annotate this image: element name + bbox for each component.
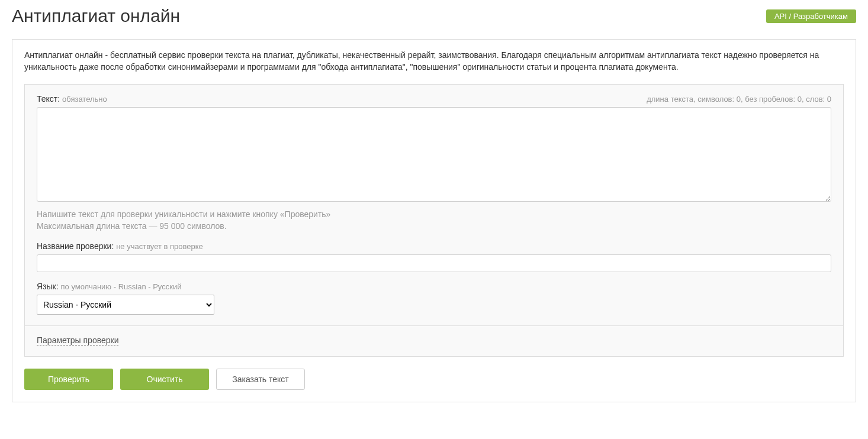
text-section: Текст: обязательно длина текста, символо… [25,85,843,326]
text-label-row: Текст: обязательно длина текста, символо… [37,94,831,104]
language-label: Язык: [37,282,59,291]
text-required-hint: обязательно [62,95,107,104]
api-developers-button[interactable]: API / Разработчикам [766,9,856,23]
check-button[interactable]: Проверить [24,369,113,390]
check-name-input[interactable] [37,254,831,272]
text-label: Текст: [37,94,60,104]
name-hint: не участвует в проверке [116,242,203,251]
language-select[interactable]: Russian - Русский [37,295,214,315]
order-text-button[interactable]: Заказать текст [216,369,305,390]
text-help-line1: Напишите текст для проверки уникальности… [37,208,831,220]
text-input[interactable] [37,107,831,202]
clear-button[interactable]: Очистить [120,369,209,390]
intro-text: Антиплагиат онлайн - бесплатный сервис п… [24,49,844,73]
language-field-group: Язык: по умолчанию - Russian - Русский R… [37,282,831,315]
name-label: Название проверки: [37,241,114,251]
header: Антиплагиат онлайн API / Разработчикам [12,0,856,39]
language-hint: по умолчанию - Russian - Русский [61,282,182,291]
text-stats: длина текста, символов: 0, без пробелов:… [647,95,831,104]
check-parameters-link[interactable]: Параметры проверки [37,335,118,346]
page-title: Антиплагиат онлайн [12,6,180,26]
main-card: Антиплагиат онлайн - бесплатный сервис п… [12,39,856,402]
text-label-group: Текст: обязательно [37,94,107,104]
button-row: Проверить Очистить Заказать текст [24,369,844,390]
form-panel: Текст: обязательно длина текста, символо… [24,84,844,357]
name-field-group: Название проверки: не участвует в провер… [37,241,831,272]
text-help: Напишите текст для проверки уникальности… [37,208,831,233]
text-help-line2: Максимальная длина текста — 95 000 симво… [37,220,831,232]
params-section: Параметры проверки [25,325,843,356]
